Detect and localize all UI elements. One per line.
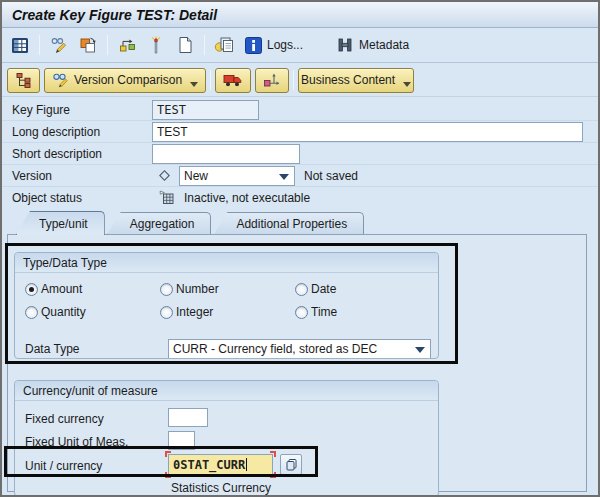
version-comparison-button[interactable]: Version Comparison [44,68,206,93]
type-data-type-header: Type/Data Type [15,253,438,273]
short-description-row: Short description [2,143,598,165]
logs-button[interactable]: Logs... [243,35,303,55]
focus-corner-icon [165,451,171,457]
radio-integer-label: Integer [176,305,213,319]
fixed-unit-field[interactable] [168,431,195,450]
currency-unit-header: Currency/unit of measure [15,381,438,401]
key-figure-label: Key Figure [12,103,70,117]
metadata-label: Metadata [359,38,409,52]
radio-circle [160,283,173,296]
long-description-label: Long description [12,125,100,139]
transport-button[interactable] [215,68,251,93]
logs-label: Logs... [267,38,303,52]
currency-unit-group: Currency/unit of measure Fixed currency … [14,380,439,497]
dropdown-arrow-icon [403,82,411,87]
truck-icon [223,73,243,88]
radio-amount-label: Amount [41,282,82,296]
radio-quantity[interactable]: Quantity [25,304,86,320]
tab-type-unit[interactable]: Type/unit [16,211,105,235]
version-comparison-icon [52,72,69,88]
metadata-button[interactable]: Metadata [335,35,409,55]
radio-amount[interactable]: Amount [25,281,82,297]
hierarchy-tree-icon [15,72,32,89]
fixed-unit-label: Fixed Unit of Meas. [25,435,128,449]
unit-currency-label: Unit / currency [25,459,102,473]
focus-corner-icon [165,472,171,478]
system-toolbar: Logs... Metadata [2,28,598,63]
value-help-button[interactable] [280,454,302,475]
version-comparison-label: Version Comparison [74,73,182,87]
version-dropdown[interactable]: New [179,166,295,186]
object-status-icon [158,189,175,206]
version-label: Version [12,169,52,183]
unit-currency-field[interactable]: 0STAT_CURR [168,454,273,475]
business-content-label: Business Content [301,73,395,87]
activate-torch-icon[interactable] [146,35,166,55]
key-figure-field[interactable]: TEST [152,100,259,120]
sap-window: Create Key Figure TEST: Detail [0,0,600,497]
focus-corner-icon [270,472,276,478]
display-change-icon[interactable] [49,35,69,55]
fixed-currency-field[interactable] [168,408,208,427]
radio-date[interactable]: Date [295,281,336,297]
data-flow-icon [263,72,281,88]
toolbar-separator [210,70,211,90]
copy-icon[interactable] [78,35,98,55]
radio-date-label: Date [311,282,336,296]
data-type-dropdown[interactable]: CURR - Currency field, stored as DEC [168,339,431,359]
page-title: Create Key Figure TEST: Detail [12,7,217,23]
metadata-icon [335,35,355,55]
toolbar-separator [293,70,294,90]
data-type-value: CURR - Currency field, stored as DEC [173,342,377,356]
radio-circle [295,283,308,296]
radio-circle-selected [25,283,38,296]
dropdown-arrow-icon [279,174,289,180]
versions-icon[interactable] [214,35,234,55]
radio-circle [160,306,173,319]
fixed-currency-label: Fixed currency [25,412,104,426]
tab-strip: Type/unit Aggregation Additional Propert… [8,211,364,235]
dropdown-arrow-icon [190,82,198,87]
short-description-label: Short description [12,147,102,161]
workbench-grid-icon[interactable] [10,35,30,55]
version-value: New [184,169,208,183]
unit-currency-caption: Statistics Currency [171,481,271,495]
toolbar-separator [107,35,108,55]
blank-page-icon[interactable] [175,35,195,55]
object-status-row: Object status Inactive, not executable [2,187,598,209]
short-description-field[interactable] [152,144,300,164]
dropdown-arrow-icon [415,347,425,353]
long-description-row: Long description TEST [2,121,598,143]
radio-circle [295,306,308,319]
version-row: Version New Not saved [2,165,598,187]
radio-number-label: Number [176,282,219,296]
business-content-button[interactable]: Business Content [298,68,414,93]
title-bar: Create Key Figure TEST: Detail [2,2,598,28]
radio-time[interactable]: Time [295,304,337,320]
focus-corner-icon [270,451,276,457]
tab-additional-properties[interactable]: Additional Properties [213,212,364,235]
object-status-label: Object status [12,191,82,205]
unit-currency-value: 0STAT_CURR [173,458,245,472]
radio-quantity-label: Quantity [41,305,86,319]
tab-aggregation[interactable]: Aggregation [107,212,212,235]
dataflow-button[interactable] [255,68,289,93]
data-type-label: Data Type [25,342,79,356]
radio-circle [25,306,38,319]
toolbar-separator [39,35,40,55]
version-diamond-icon [158,169,171,182]
hierarchy-tree-button[interactable] [7,68,40,93]
type-data-type-group: Type/Data Type Amount Number Date Quanti… [14,252,439,359]
object-status-value: Inactive, not executable [184,191,310,205]
radio-time-label: Time [311,305,337,319]
version-status: Not saved [304,169,358,183]
where-used-icon[interactable] [117,35,137,55]
multiple-selection-icon [285,458,298,471]
key-figure-row: Key Figure TEST [2,99,598,121]
info-icon [243,35,263,55]
radio-number[interactable]: Number [160,281,219,297]
long-description-field[interactable]: TEST [152,122,583,142]
application-toolbar: Version Comparison Business Content [2,64,598,97]
radio-integer[interactable]: Integer [160,304,213,320]
toolbar-separator [204,35,205,55]
